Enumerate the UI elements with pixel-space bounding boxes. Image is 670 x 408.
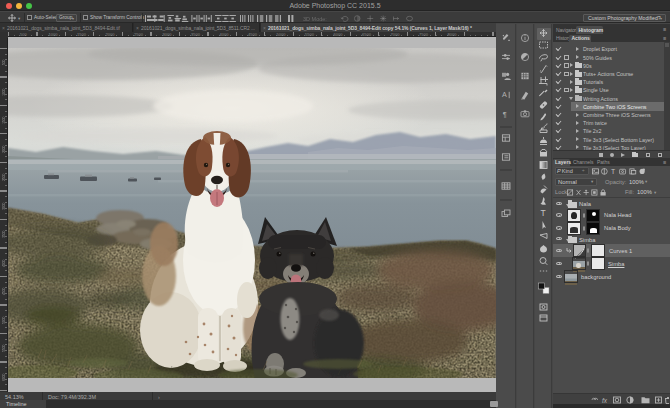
svg-text:fx: fx [602,396,608,403]
svg-text:3D Mode:: 3D Mode: [303,16,327,22]
svg-text:¶: ¶ [503,110,507,119]
svg-text:T: T [541,208,546,218]
svg-text:T: T [611,168,615,175]
svg-text:A: A [502,90,507,99]
